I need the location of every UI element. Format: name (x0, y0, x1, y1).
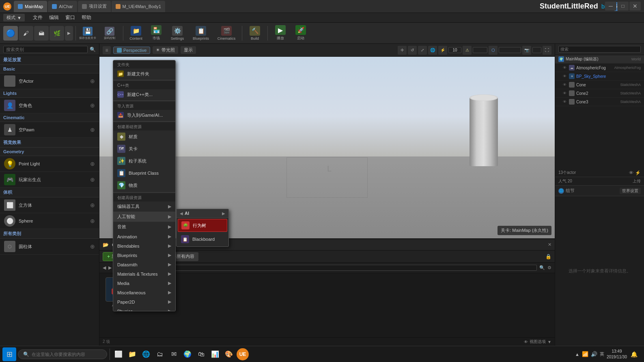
ctx-item-particle[interactable]: ✨ 粒子系统 (113, 155, 175, 167)
item-sphere[interactable]: ⚪ Sphere ⊕ (0, 213, 99, 229)
rotate-icon[interactable]: ↺ (408, 46, 417, 55)
minimize-button[interactable]: ─ (605, 2, 616, 11)
add-actor-icon[interactable]: ⊕ (90, 78, 95, 84)
tab-body[interactable]: M_UE4Man_Body1 (112, 1, 165, 12)
show-button[interactable]: 显示 (181, 46, 196, 54)
camera-speed-icon[interactable]: 📷 (522, 46, 531, 55)
taskbar-icon-paint[interactable]: 🎨 (223, 348, 235, 360)
outliner-search[interactable] (558, 46, 641, 53)
scale-icon[interactable]: ⤢ (418, 46, 427, 55)
foliage-mode-btn[interactable]: 🌿 (50, 26, 64, 41)
item-cylinder[interactable]: ⬡ 圆柱体 ⊕ (0, 239, 99, 255)
ctx-item-new-cpp[interactable]: C++ 新建C++类... (113, 89, 175, 100)
cb-path-lock[interactable]: 🔒 (545, 254, 551, 259)
ctx-item-behavior-tree[interactable]: 🌳 行为树 (178, 219, 227, 232)
build-btn[interactable]: 🔨 Build (246, 24, 264, 42)
paint-mode-btn[interactable]: 🖌 (19, 26, 33, 41)
ctx-item-editor-tools[interactable]: 编辑器工具 ▶ (113, 201, 175, 212)
item-empty-pawn[interactable]: ♟ 空Pawn ⊕ (0, 122, 99, 138)
scale-snap-icon[interactable]: ⬡ (489, 46, 498, 55)
taskbar-search-box[interactable]: 🔍 (18, 349, 107, 359)
ctx-item-level[interactable]: 🗺 关卡 (113, 143, 175, 155)
section-cinematic[interactable]: Cinematic (0, 114, 99, 122)
eye-toggle-fog[interactable]: 👁 (562, 65, 567, 71)
item-cube[interactable]: ⬜ 立方体 ⊕ (0, 197, 99, 213)
taskbar-icon-email[interactable]: ✉ (168, 348, 180, 360)
settings-btn[interactable]: ⚙️ Settings (167, 24, 187, 42)
cb-search-input[interactable] (152, 265, 537, 271)
ctx-item-import[interactable]: 📥 导入到/Game/AI... (113, 110, 175, 120)
start-button[interactable]: ⊞ (2, 347, 16, 361)
tray-volume-icon[interactable]: 🔊 (591, 351, 597, 357)
section-geometry[interactable]: Geometry (0, 148, 99, 156)
triangle-warn-icon[interactable]: ⚠ (463, 46, 472, 55)
ctx-item-physics[interactable]: 💎 物质 (113, 179, 175, 191)
cinematics-btn[interactable]: 🎬 Cinematics (214, 24, 239, 42)
eye-toggle-cone[interactable]: 👁 (562, 82, 567, 88)
taskbar-search-input[interactable] (32, 352, 93, 357)
add-sphere-icon[interactable]: ⊕ (90, 218, 95, 224)
tab-project-settings[interactable]: 项目设置 (78, 1, 111, 12)
taskbar-icon-folders[interactable]: 🗂 (154, 348, 166, 360)
ctx-item-media[interactable]: Media ▶ (113, 278, 175, 288)
ctx-item-miscellaneous[interactable]: Miscellaneous ▶ (113, 288, 175, 297)
section-basic[interactable]: Basic (0, 65, 99, 73)
taskbar-icon-ue[interactable]: UE (237, 348, 249, 360)
tab-aichar[interactable]: AIChar (48, 1, 77, 12)
eye-toggle-cone2[interactable]: 👁 (562, 90, 567, 96)
item-point-light[interactable]: 💡 Point Light ⊕ (0, 156, 99, 172)
section-lights[interactable]: Lights (0, 89, 99, 98)
ctx-item-blueprints[interactable]: Blueprints ▶ (113, 251, 175, 260)
menu-item-window[interactable]: 窗口 (62, 13, 78, 22)
maximize-button[interactable]: □ (617, 2, 629, 11)
item-empty-character[interactable]: 👤 空角色 ⊕ (0, 98, 99, 114)
close-button[interactable]: ✕ (629, 2, 641, 11)
detail-section-header[interactable]: 🌐 组节 世界设置 (555, 186, 644, 196)
ctx-item-blackboard[interactable]: 📋 Blackboard (178, 233, 227, 245)
camera-speed-input[interactable]: 4 (532, 47, 541, 53)
tab-mainmap[interactable]: MainMap (14, 1, 47, 12)
outliner-item-cone[interactable]: 👁 Cone StaticMeshA (555, 81, 644, 89)
add-cube-icon[interactable]: ⊕ (90, 202, 95, 208)
taskbar-icon-store[interactable]: 🛍 (195, 348, 207, 360)
menu-item-file[interactable]: 文件 (30, 13, 46, 22)
add-character-icon[interactable]: ⊕ (90, 102, 95, 109)
viewport-menu-icon[interactable]: ≡ (103, 46, 111, 54)
section-visual-effects[interactable]: 视觉效果 (0, 138, 99, 148)
task-view-btn[interactable]: ⬜ (112, 348, 125, 360)
view-options-btn[interactable]: 👁 视图选项 ▼ (524, 339, 551, 345)
ctx-item-physics-adv[interactable]: Physics ▶ (113, 306, 175, 311)
surface-snap-icon[interactable]: ⚡ (438, 46, 447, 55)
world-local-toggle[interactable]: 🌐 (428, 46, 437, 55)
mode-button[interactable]: 模式 ▼ (3, 14, 25, 21)
ctx-item-ai[interactable]: 人工智能 ▶ (113, 212, 175, 222)
eye-filter-icon[interactable]: 👁 (629, 170, 633, 175)
ctx-item-animation[interactable]: Animation ▶ (113, 232, 175, 241)
ctx-item-blendables[interactable]: Blendables ▶ (113, 241, 175, 251)
scale-input[interactable]: 0.03125 (499, 47, 521, 53)
tray-up-arrow[interactable]: ▲ (575, 352, 579, 357)
taskbar-icon-edge[interactable]: 🌐 (140, 348, 152, 360)
taskbar-icon-powerpoint[interactable]: 📊 (209, 348, 221, 360)
add-player-icon[interactable]: ⊕ (90, 176, 95, 183)
outliner-item-cone2[interactable]: 👁 Cone2 StaticMeshA (555, 89, 644, 98)
menu-item-help[interactable]: 帮助 (78, 13, 95, 22)
select-mode-btn[interactable]: 🔵 (3, 26, 18, 41)
filter-icon-rp[interactable]: ⚡ (635, 170, 641, 176)
outliner-item-atmfog[interactable]: 👁 ☁ AtmosphericFog AtmosphericFog (555, 64, 644, 72)
ctx-item-new-folder[interactable]: 📁 新建文件夹 (113, 69, 175, 79)
ctx-item-sound[interactable]: 音效 ▶ (113, 222, 175, 232)
content-btn[interactable]: 📁 Content (127, 24, 145, 42)
market-btn[interactable]: 🏪 市场 (147, 24, 166, 42)
blueprints-btn[interactable]: 📋 Blueprints (189, 24, 213, 42)
add-pawn-icon[interactable]: ⊕ (90, 126, 95, 133)
expand-modes-btn[interactable]: ▶ (65, 26, 73, 41)
notification-btn[interactable]: 🔔 (629, 350, 638, 359)
angle-input[interactable]: 10° (473, 47, 487, 53)
source-control-btn[interactable]: 🔗 源码控制 (99, 24, 120, 42)
menu-item-edit[interactable]: 编辑 (46, 13, 62, 22)
back-btn[interactable]: ◀ (103, 265, 106, 270)
item-empty-actor[interactable]: 空Actor ⊕ (0, 73, 99, 89)
tray-network-icon[interactable]: 📶 (582, 351, 588, 357)
eye-toggle-sky[interactable]: 👁 (562, 73, 567, 79)
